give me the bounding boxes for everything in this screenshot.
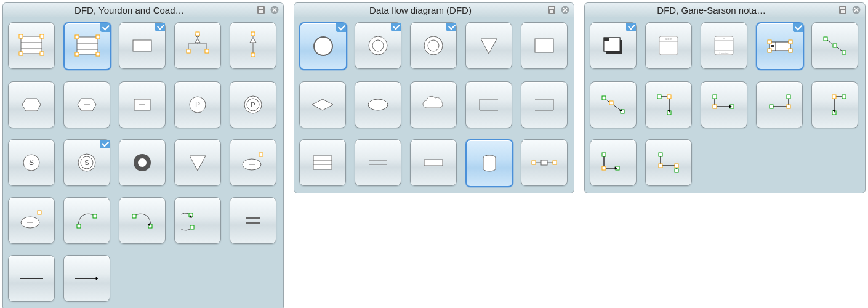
- svg-rect-27: [196, 32, 199, 36]
- svg-marker-26: [195, 39, 200, 43]
- shape-yc-arc2[interactable]: [119, 197, 166, 244]
- svg-rect-97: [424, 160, 443, 166]
- stencil-panel: DFD, Gane-Sarson nota…IdentidLocation: [584, 2, 866, 193]
- svg-rect-130: [842, 51, 846, 54]
- shape-df-openrect1[interactable]: [465, 81, 512, 128]
- shape-yc-arrow[interactable]: [63, 255, 110, 302]
- svg-rect-112: [604, 38, 609, 41]
- svg-rect-73: [550, 10, 553, 13]
- svg-rect-11: [19, 52, 23, 55]
- shape-gs-conn4[interactable]: [701, 81, 747, 128]
- svg-rect-12: [40, 52, 44, 55]
- shape-df-cloud[interactable]: [410, 81, 457, 128]
- shape-yc-ellipse-dash[interactable]: [230, 139, 276, 186]
- shape-yc-arc1[interactable]: [63, 197, 110, 244]
- shape-yc-double-circle-s[interactable]: S: [63, 139, 110, 186]
- expand-tag-icon[interactable]: [100, 23, 110, 32]
- shape-gs-proc1[interactable]: Ident: [645, 22, 692, 69]
- shape-df-dcircle1[interactable]: [355, 22, 401, 69]
- shape-yc-double-circle-p[interactable]: P: [230, 81, 276, 128]
- svg-marker-51: [190, 156, 206, 171]
- save-icon[interactable]: [838, 5, 848, 15]
- shape-yc-arc3[interactable]: [174, 197, 221, 244]
- shape-df-tri[interactable]: [465, 22, 512, 69]
- shape-yc-line[interactable]: [8, 255, 55, 302]
- shape-gs-conn7[interactable]: [590, 139, 637, 186]
- close-icon[interactable]: [560, 5, 570, 15]
- expand-tag-icon[interactable]: [446, 23, 456, 31]
- shape-df-openrect2[interactable]: [521, 81, 568, 128]
- shape-yc-tri-down[interactable]: [174, 139, 221, 186]
- svg-rect-17: [96, 35, 100, 39]
- svg-rect-54: [259, 153, 263, 156]
- expand-tag-icon[interactable]: [391, 23, 401, 31]
- shape-yc-tree1[interactable]: [174, 22, 221, 69]
- shape-gs-ext[interactable]: [590, 22, 637, 69]
- shape-df-dcircle2[interactable]: [410, 22, 457, 69]
- shape-yc-donut[interactable]: [119, 139, 166, 186]
- panel-body: IdentidLocation: [585, 17, 865, 191]
- shape-df-rect[interactable]: [521, 22, 568, 69]
- shape-df-single-line[interactable]: [410, 139, 457, 186]
- svg-text:S: S: [29, 158, 34, 167]
- panel-header: DFD, Gane-Sarson nota…: [585, 3, 865, 17]
- shape-yc-circle-p[interactable]: P: [174, 81, 221, 128]
- shape-yc-hex-minus[interactable]: [63, 81, 110, 128]
- svg-rect-92: [313, 156, 332, 169]
- expand-tag-icon[interactable]: [100, 140, 110, 148]
- svg-point-50: [138, 158, 147, 167]
- expand-tag-icon[interactable]: [626, 23, 636, 31]
- shape-gs-conn8[interactable]: [645, 139, 692, 186]
- shape-yc-rect-minus[interactable]: [119, 81, 166, 128]
- svg-rect-147: [787, 105, 790, 108]
- svg-point-80: [424, 36, 443, 55]
- shape-yc-datastore2[interactable]: [63, 22, 111, 70]
- svg-rect-100: [541, 160, 547, 165]
- shape-df-double-line[interactable]: [355, 139, 401, 186]
- shape-gs-conn2[interactable]: [590, 81, 637, 128]
- svg-marker-70: [96, 277, 98, 280]
- svg-rect-152: [602, 153, 606, 156]
- shape-yc-tree2[interactable]: [230, 22, 276, 69]
- shape-yc-datastore1[interactable]: [8, 22, 55, 69]
- shape-gs-conn6[interactable]: [811, 81, 858, 128]
- shape-yc-circle-s[interactable]: S: [8, 139, 55, 186]
- svg-rect-123: [771, 45, 774, 47]
- shape-gs-ds[interactable]: [756, 22, 804, 70]
- expand-tag-icon[interactable]: [155, 23, 165, 31]
- close-icon[interactable]: [851, 5, 861, 15]
- shape-df-cyl[interactable]: [465, 139, 513, 187]
- stencil-panel: Data flow diagram (DFD): [294, 2, 575, 193]
- shape-gs-conn5[interactable]: [756, 81, 803, 128]
- save-icon[interactable]: [256, 5, 266, 15]
- expand-tag-icon[interactable]: [336, 23, 346, 32]
- close-icon[interactable]: [270, 5, 279, 15]
- shape-df-ellipse[interactable]: [355, 81, 401, 128]
- svg-text:Ident: Ident: [665, 37, 673, 41]
- shape-df-diamond[interactable]: [299, 81, 346, 128]
- shape-yc-equals[interactable]: [230, 197, 276, 244]
- shape-gs-conn1[interactable]: [811, 22, 858, 69]
- svg-rect-124: [768, 40, 771, 44]
- shape-yc-class[interactable]: [119, 22, 166, 69]
- svg-marker-34: [22, 99, 41, 111]
- shape-df-line-dot[interactable]: [521, 139, 568, 186]
- shape-gs-conn3[interactable]: [645, 81, 692, 128]
- svg-text:Location: Location: [720, 52, 729, 55]
- save-icon[interactable]: [547, 5, 557, 15]
- svg-rect-156: [659, 153, 662, 156]
- svg-rect-139: [667, 95, 671, 99]
- svg-rect-18: [75, 52, 79, 56]
- panel-header: DFD, Yourdon and Coad…: [3, 3, 283, 17]
- svg-rect-6: [21, 36, 42, 54]
- svg-rect-141: [713, 95, 717, 99]
- svg-rect-127: [789, 49, 792, 52]
- shape-yc-hex[interactable]: [8, 81, 55, 128]
- shape-df-box-lines[interactable]: [299, 139, 346, 186]
- expand-tag-icon[interactable]: [793, 23, 803, 32]
- svg-point-78: [369, 36, 387, 55]
- svg-rect-101: [532, 161, 536, 164]
- shape-df-circle[interactable]: [299, 22, 347, 70]
- shape-yc-ellipse-dash2[interactable]: [8, 197, 55, 244]
- shape-gs-proc2[interactable]: idLocation: [701, 22, 747, 69]
